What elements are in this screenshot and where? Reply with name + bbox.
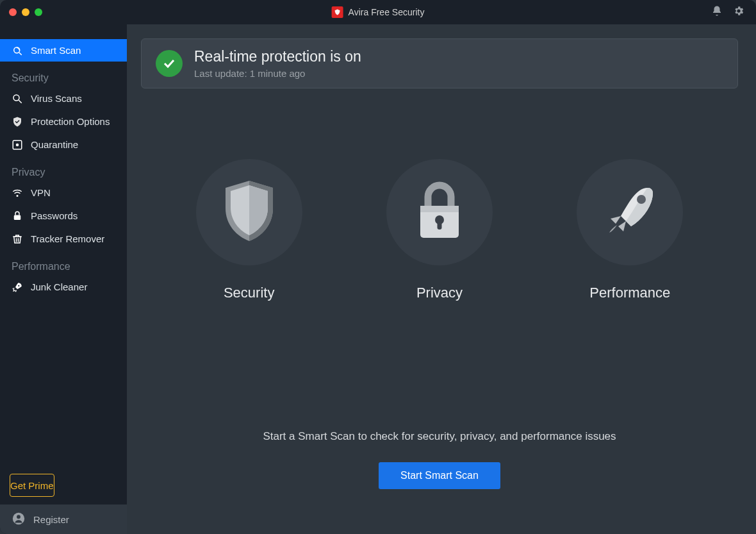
shield-check-icon: [12, 116, 23, 128]
sidebar-item-tracker-remover[interactable]: Tracker Remover: [0, 228, 127, 250]
svg-point-12: [17, 515, 21, 519]
trash-icon: [12, 233, 23, 245]
sidebar-item-label: VPN: [31, 187, 51, 198]
rocket-large-icon: [598, 179, 662, 246]
svg-point-10: [18, 285, 19, 286]
sidebar-item-label: Protection Options: [31, 116, 110, 127]
svg-rect-16: [437, 220, 441, 229]
lock-icon: [12, 210, 23, 222]
wifi-icon: [12, 187, 23, 199]
sidebar-nav: Smart Scan Security Virus Scans Protecti…: [0, 24, 127, 466]
scan-icon: [12, 45, 23, 56]
category-label: Security: [224, 285, 274, 301]
main-content: Real-time protection is on Last update: …: [127, 24, 756, 534]
category-label: Privacy: [416, 285, 463, 301]
sidebar: Smart Scan Security Virus Scans Protecti…: [0, 24, 127, 534]
sidebar-item-quarantine[interactable]: Quarantine: [0, 133, 127, 156]
svg-point-6: [17, 195, 19, 197]
user-icon: [12, 512, 26, 528]
window-controls: [9, 8, 42, 16]
notifications-icon[interactable]: [711, 5, 723, 19]
status-text-group: Real-time protection is on Last update: …: [194, 48, 361, 79]
category-privacy[interactable]: Privacy: [386, 159, 493, 301]
sidebar-item-label: Passwords: [31, 210, 78, 221]
avira-logo-icon: [332, 6, 343, 18]
zoom-window-button[interactable]: [35, 8, 42, 16]
get-prime-label: Get Prime: [10, 480, 54, 491]
start-smart-scan-button[interactable]: Start Smart Scan: [379, 462, 500, 489]
svg-point-17: [637, 195, 646, 204]
rocket-icon: [12, 281, 23, 293]
sidebar-footer: Get Prime Register: [0, 466, 127, 534]
category-security[interactable]: Security: [196, 159, 302, 301]
padlock-icon: [414, 179, 465, 246]
svg-rect-14: [420, 206, 459, 212]
register-label: Register: [33, 514, 69, 525]
sidebar-section-performance: Performance: [0, 251, 127, 275]
close-window-button[interactable]: [9, 8, 17, 16]
svg-line-3: [19, 100, 22, 103]
performance-circle: [577, 159, 683, 265]
status-subtitle: Last update: 1 minute ago: [194, 68, 361, 79]
categories-row: Security Privacy: [141, 159, 738, 301]
sidebar-item-protection-options[interactable]: Protection Options: [0, 110, 127, 133]
svg-point-2: [13, 95, 19, 101]
title-bar: Avira Free Security: [0, 0, 756, 24]
sidebar-item-label: Junk Cleaner: [31, 281, 87, 292]
magnifier-icon: [12, 93, 23, 104]
get-prime-button[interactable]: Get Prime: [10, 474, 54, 497]
sidebar-section-security: Security: [0, 62, 127, 87]
register-button[interactable]: Register: [0, 505, 127, 534]
sidebar-item-label: Smart Scan: [31, 45, 81, 56]
sidebar-item-passwords[interactable]: Passwords: [0, 204, 127, 227]
scan-button-label: Start Smart Scan: [400, 470, 479, 481]
security-circle: [196, 159, 302, 265]
privacy-circle: [386, 159, 493, 265]
status-title: Real-time protection is on: [194, 48, 361, 65]
scan-prompt: Start a Smart Scan to check for security…: [141, 430, 738, 443]
sidebar-item-label: Quarantine: [31, 139, 78, 150]
category-label: Performance: [589, 285, 670, 301]
minimize-window-button[interactable]: [22, 8, 29, 16]
svg-rect-7: [14, 215, 21, 220]
sidebar-item-vpn[interactable]: VPN: [0, 181, 127, 204]
status-ok-icon: [156, 50, 183, 77]
sidebar-section-privacy: Privacy: [0, 156, 127, 181]
svg-point-5: [16, 143, 19, 146]
app-title-container: Avira Free Security: [332, 6, 425, 18]
svg-line-1: [19, 53, 22, 55]
shield-icon: [222, 179, 277, 246]
scan-section: Start a Smart Scan to check for security…: [141, 430, 738, 489]
sidebar-item-label: Virus Scans: [31, 93, 82, 104]
sidebar-item-virus-scans[interactable]: Virus Scans: [0, 87, 127, 110]
category-performance[interactable]: Performance: [577, 159, 683, 301]
quarantine-icon: [12, 139, 23, 151]
sidebar-item-junk-cleaner[interactable]: Junk Cleaner: [0, 276, 127, 298]
sidebar-item-label: Tracker Remover: [31, 233, 104, 244]
app-title: Avira Free Security: [349, 7, 425, 17]
settings-icon[interactable]: [733, 5, 744, 19]
status-card[interactable]: Real-time protection is on Last update: …: [141, 38, 738, 88]
sidebar-item-smart-scan[interactable]: Smart Scan: [0, 39, 127, 62]
